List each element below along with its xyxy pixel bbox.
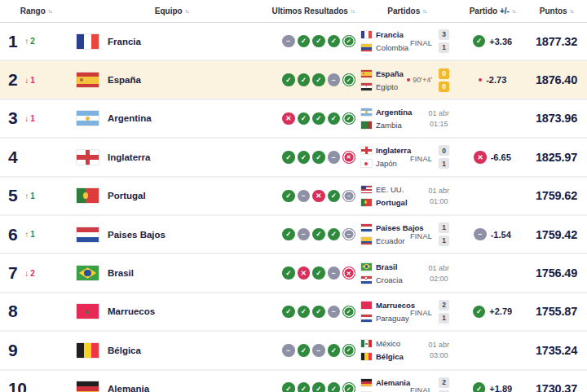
ranking-row[interactable]: 9 Bélgica −✓−✓✓ México Bélgica 01 abr03:…: [0, 332, 587, 370]
movement-arrow-icon: ↑: [24, 230, 29, 239]
match-away-team: Paraguay: [361, 314, 404, 323]
delta-cell: ✕ -6.65: [459, 151, 526, 164]
team-cell: Paises Bajos: [72, 227, 271, 242]
movement-value: 1: [30, 76, 35, 85]
result-win-icon: ✓: [312, 151, 325, 164]
match-away-name: Bélgica: [376, 352, 404, 361]
result-win-icon: ✓: [298, 306, 311, 319]
ranking-row[interactable]: 2 ↓1 España ✓✓✓−✓ España Egipto 90'+4' 0…: [0, 61, 587, 99]
ranking-row[interactable]: 4 Inglaterra ✓✓✓−✕ Inglaterra Japón FINA…: [0, 139, 587, 177]
sort-icon[interactable]: ↑↓: [48, 8, 52, 14]
team-flag: [77, 34, 99, 49]
match-status: 01 abr01:15: [428, 109, 449, 128]
result-win-icon: ✓: [328, 228, 341, 241]
match-cell: EE. UU. Portugal 01 abr01:00: [355, 185, 459, 207]
ranking-row[interactable]: 6 ↑1 Paises Bajos ✓−✓✓− Paises Bajos Ecu…: [0, 216, 587, 254]
match-status-final: FINAL: [410, 232, 432, 240]
team-cell: Francia: [72, 34, 271, 49]
ranking-row[interactable]: 10 Alemania ✓✓✓✓✓ Alemania Ghana FINAL 2…: [0, 371, 587, 392]
match-cell: España Egipto 90'+4' 0 0: [355, 68, 459, 92]
result-win-icon: ✓: [342, 112, 355, 126]
match-home-flag: [361, 108, 372, 116]
result-win-icon: ✓: [328, 382, 341, 392]
header-rango[interactable]: Rango↑↓: [0, 7, 72, 15]
header-equipo-label: Equipo: [155, 7, 183, 15]
match-scores: 0 0: [439, 68, 449, 92]
match-away-name: Paraguay: [376, 314, 409, 323]
rank-cell: 2 ↓1: [0, 70, 72, 90]
result-loss-icon: ✕: [298, 266, 311, 280]
result-win-icon: ✓: [282, 228, 295, 241]
movement-arrow-icon: ↓: [24, 114, 29, 123]
rank-number: 3: [8, 108, 17, 128]
result-draw-icon: −: [298, 228, 311, 241]
movement-arrow-icon: ↓: [24, 76, 29, 85]
header-partidos[interactable]: Partidos↑↓: [355, 7, 459, 15]
match-teams: Argentina Zambia: [361, 108, 421, 130]
match-away-name: Colombia: [376, 43, 408, 52]
ranking-row[interactable]: 7 ↓2 Brasil ✓✕✓−✕ Brasil Croacia 01 abr0…: [0, 254, 587, 293]
match-status-final: FINAL: [410, 155, 432, 163]
delta-live-dot-icon: [479, 78, 483, 82]
result-win-icon: ✓: [282, 306, 295, 319]
match-cell: Alemania Ghana FINAL 2 1: [355, 377, 459, 392]
header-partido-plus-minus[interactable]: Partido +/-↑↓: [459, 7, 526, 15]
recent-results: ✓✓✓−✕: [271, 151, 355, 164]
result-win-icon: ✓: [328, 344, 341, 357]
points-value: 1873.96: [526, 112, 587, 125]
match-away-team: Zambia: [361, 121, 421, 130]
sort-icon[interactable]: ↑↓: [351, 8, 355, 14]
match-date: 01 abr: [428, 341, 449, 349]
ranking-row[interactable]: 3 ↓1 Argentina ✕✓✓✓✓ Argentina Zambia 01…: [0, 100, 587, 139]
team-name: Francia: [108, 37, 141, 46]
ranking-row[interactable]: 1 ↑2 Francia −✓✓✓✓ Francia Colombia FINA…: [0, 23, 587, 61]
result-draw-icon: −: [342, 190, 355, 203]
ranking-row[interactable]: 5 ↑1 Portugal ✓−✕✓− EE. UU. Portugal 01 …: [0, 178, 587, 216]
sort-icon[interactable]: ↑↓: [185, 8, 189, 14]
result-win-icon: ✓: [282, 151, 295, 164]
match-scores: 3 1: [439, 29, 449, 53]
result-loss-icon: ✕: [342, 151, 355, 164]
match-home-name: España: [376, 69, 404, 78]
match-cell: Marruecos Paraguay FINAL 2 1: [355, 300, 459, 324]
fifa-rankings-table: Rango↑↓ Equipo↑↓ Ultimos Resultados↑↓ Pa…: [0, 0, 587, 392]
flag-detail: [368, 121, 372, 129]
score-away: 1: [439, 313, 449, 324]
header-puntos[interactable]: Puntos↑↓: [526, 7, 587, 15]
match-scores: 2 1: [439, 377, 449, 392]
ranking-row[interactable]: 8 Marruecos ✓✓✓−✓ Marruecos Paraguay FIN…: [0, 293, 587, 332]
points-value: 1756.49: [526, 266, 587, 280]
match-away-team: Croacia: [361, 275, 421, 284]
header-equipo[interactable]: Equipo↑↓: [72, 7, 271, 15]
match-home-flag: [361, 340, 372, 347]
score-home: 1: [439, 222, 449, 233]
match-status: 90'+4': [407, 76, 432, 84]
rank-number: 10: [8, 379, 26, 392]
flag-detail: [80, 78, 83, 82]
flag-detail: [365, 111, 367, 112]
recent-results: ✓−✕✓−: [271, 190, 355, 203]
team-name: España: [108, 75, 141, 85]
rank-movement: ↑1: [24, 230, 35, 239]
team-name: Brasil: [108, 268, 134, 278]
score-away: 1: [439, 236, 449, 246]
match-status-final: FINAL: [410, 39, 432, 47]
live-minute: 90'+4': [413, 76, 432, 84]
match-cell: Inglaterra Japón FINAL 0 1: [355, 145, 459, 169]
table-body: 1 ↑2 Francia −✓✓✓✓ Francia Colombia FINA…: [0, 23, 587, 392]
points-value: 1876.40: [526, 73, 587, 86]
team-flag: [77, 266, 99, 280]
sort-icon[interactable]: ↑↓: [570, 8, 574, 14]
sort-icon[interactable]: ↑↓: [422, 8, 426, 14]
team-flag: [77, 150, 99, 165]
header-ultimos-resultados[interactable]: Ultimos Resultados↑↓: [271, 7, 355, 15]
match-away-team: Egipto: [361, 82, 400, 91]
sort-icon[interactable]: ↑↓: [512, 8, 516, 14]
team-flag: [77, 111, 99, 126]
match-away-team: Japón: [361, 159, 404, 168]
flag-detail: [83, 192, 88, 199]
match-teams: Brasil Croacia: [361, 262, 421, 284]
team-cell: Inglaterra: [72, 150, 271, 165]
score-away: 1: [439, 42, 449, 53]
rank-number: 9: [8, 341, 17, 360]
